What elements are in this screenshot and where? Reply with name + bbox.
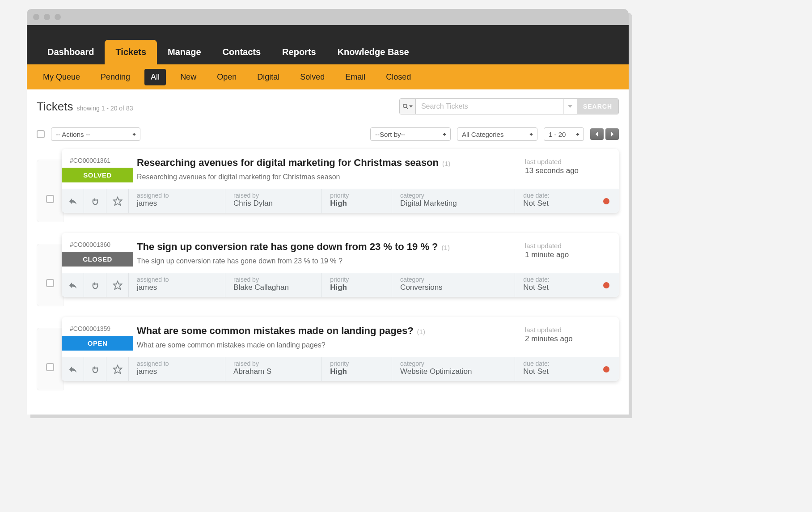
ticket-count: (1) (442, 244, 450, 251)
ticket-card[interactable]: #CO00001360 CLOSED The sign up conversio… (62, 233, 619, 297)
last-updated-label: last updated (525, 326, 610, 334)
status-badge: SOLVED (62, 168, 133, 182)
ticket-select-checkbox[interactable] (46, 195, 54, 203)
search-icon[interactable] (400, 99, 416, 114)
actions-dropdown[interactable]: -- Actions -- (51, 127, 140, 141)
svg-point-0 (403, 104, 407, 108)
subtab-pending[interactable]: Pending (94, 69, 136, 85)
minimize-icon[interactable] (44, 14, 50, 20)
page-title: Tickets (37, 100, 73, 114)
ticket-select-checkbox[interactable] (46, 279, 54, 287)
next-page-button[interactable] (605, 128, 619, 140)
ticket-side (37, 328, 63, 390)
maximize-icon[interactable] (55, 14, 61, 20)
last-updated-value: 1 minute ago (525, 250, 610, 259)
assigned-to-label: assigned to (137, 276, 225, 283)
due-date-value: Not Set (523, 367, 594, 376)
nav-tab-dashboard[interactable]: Dashboard (37, 40, 105, 64)
nav-tab-reports[interactable]: Reports (271, 40, 327, 64)
grab-icon[interactable] (84, 189, 106, 213)
ticket-side (37, 244, 63, 306)
assigned-to-value: james (137, 199, 225, 208)
subtab-digital[interactable]: Digital (251, 69, 286, 85)
ticket-select-checkbox[interactable] (46, 363, 54, 371)
category-value: Digital Marketing (400, 199, 515, 208)
last-updated-value: 13 seconds ago (525, 166, 610, 175)
ticket-card[interactable]: #CO00001361 SOLVED Researching avenues f… (62, 149, 619, 213)
subtab-my-queue[interactable]: My Queue (37, 69, 86, 85)
nav-tab-manage[interactable]: Manage (157, 40, 211, 64)
due-date-value: Not Set (523, 199, 594, 208)
ticket-card[interactable]: #CO00001359 OPEN What are some common mi… (62, 317, 619, 381)
star-icon[interactable] (106, 273, 129, 297)
due-date-label: due date: (523, 192, 594, 199)
nav-tab-contacts[interactable]: Contacts (212, 40, 272, 64)
subtab-closed[interactable]: Closed (380, 69, 417, 85)
category-label: category (400, 360, 515, 367)
browser-frame: Dashboard Tickets Manage Contacts Report… (27, 9, 629, 415)
secondary-nav: My Queue Pending All New Open Digital So… (27, 64, 629, 89)
last-updated-value: 2 minutes ago (525, 334, 610, 343)
actions-dropdown-label: -- Actions -- (56, 131, 90, 138)
due-date-label: due date: (523, 360, 594, 367)
category-label: category (400, 276, 515, 283)
priority-value: High (330, 199, 392, 208)
search-input[interactable] (416, 99, 563, 114)
stepper-icon (131, 133, 137, 136)
subtab-solved[interactable]: Solved (294, 69, 331, 85)
star-icon[interactable] (106, 189, 129, 213)
ticket-list: #CO00001361 SOLVED Researching avenues f… (27, 144, 629, 415)
nav-tab-tickets[interactable]: Tickets (105, 40, 157, 64)
svg-marker-3 (113, 281, 121, 289)
category-value: Website Optimization (400, 367, 515, 376)
assigned-to-value: james (137, 283, 225, 292)
sort-dropdown-label: --Sort by-- (375, 131, 406, 138)
reply-icon[interactable] (62, 357, 84, 381)
grab-icon[interactable] (84, 273, 106, 297)
range-dropdown[interactable]: 1 - 20 (544, 127, 584, 141)
category-dropdown-label: All Categories (462, 131, 503, 138)
page-subtitle: showing 1 - 20 of 83 (76, 105, 133, 112)
list-toolbar: -- Actions -- --Sort by-- All Categories… (27, 120, 629, 144)
search-button[interactable]: SEARCH (577, 99, 618, 114)
ticket-count: (1) (417, 328, 425, 335)
ticket-title[interactable]: What are some common mistakes made on la… (137, 325, 414, 337)
ticket-id: #CO00001361 (62, 157, 133, 168)
stepper-icon (575, 133, 581, 136)
nav-tab-knowledge-base[interactable]: Knowledge Base (327, 40, 420, 64)
assigned-to-label: assigned to (137, 360, 225, 367)
category-dropdown[interactable]: All Categories (457, 127, 537, 141)
grab-icon[interactable] (84, 357, 106, 381)
priority-label: priority (330, 360, 392, 367)
stepper-icon (441, 133, 448, 136)
search-container: SEARCH (399, 98, 619, 114)
ticket-id: #CO00001359 (62, 325, 133, 336)
prev-page-button[interactable] (590, 128, 604, 140)
last-updated-label: last updated (525, 242, 610, 250)
svg-marker-4 (113, 365, 121, 373)
svg-marker-2 (113, 197, 121, 205)
subtab-new[interactable]: New (174, 69, 203, 85)
search-dropdown-icon[interactable] (563, 99, 577, 114)
priority-value: High (330, 283, 392, 292)
ticket-title[interactable]: The sign up conversion rate has gone dow… (137, 241, 438, 253)
subtab-email[interactable]: Email (339, 69, 372, 85)
category-value: Conversions (400, 283, 515, 292)
ticket-title[interactable]: Researching avenues for digital marketin… (137, 157, 439, 169)
assigned-to-label: assigned to (137, 192, 225, 199)
content-header: Tickets showing 1 - 20 of 83 SEARCH (32, 89, 623, 120)
ticket-row: #CO00001359 OPEN What are some common mi… (37, 317, 619, 390)
subtab-open[interactable]: Open (211, 69, 243, 85)
assigned-to-value: james (137, 367, 225, 376)
raised-by-value: Abraham S (233, 367, 321, 376)
ticket-desc: What are some common mistakes made on la… (137, 341, 525, 349)
priority-value: High (330, 367, 392, 376)
subtab-all[interactable]: All (144, 69, 166, 85)
close-icon[interactable] (33, 14, 39, 20)
select-all-checkbox[interactable] (37, 130, 45, 138)
sort-dropdown[interactable]: --Sort by-- (370, 127, 451, 141)
star-icon[interactable] (106, 357, 129, 381)
status-dot (594, 357, 619, 381)
reply-icon[interactable] (62, 273, 84, 297)
reply-icon[interactable] (62, 189, 84, 213)
